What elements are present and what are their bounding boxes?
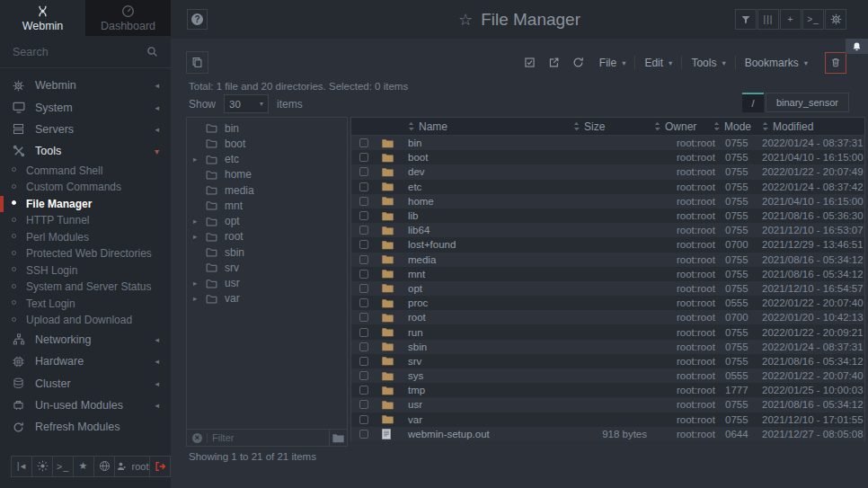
expander-icon[interactable]: ▸ [193,232,204,241]
sidebar-item-text-login[interactable]: Text Login [0,296,171,313]
row-checkbox[interactable] [359,313,368,322]
table-row-media[interactable]: mediaroot:root07552021/08/16 - 05:34:12 [351,253,864,267]
tree-node-usr[interactable]: ▸usr [187,276,347,291]
filter-button[interactable] [735,9,757,30]
table-row-var[interactable]: varroot:root07552021/12/10 - 17:01:55 [351,413,864,427]
tree-node-etc[interactable]: ▸etc [187,152,347,167]
tree-filter-input[interactable]: × Filter [187,430,329,446]
table-row-sbin[interactable]: sbinroot:root07552022/01/24 - 08:37:31 [351,340,864,354]
table-row-webmin-setup.out[interactable]: webmin-setup.out918 bytesroot:root064420… [351,427,864,441]
table-row-mnt[interactable]: mntroot:root07552021/08/16 - 05:34:12 [351,267,864,281]
row-checkbox[interactable] [359,270,368,279]
table-row-tmp[interactable]: tmproot:root17772022/01/25 - 10:00:03 [351,383,864,397]
column-header-owner[interactable]: Owner [652,120,712,133]
row-checkbox[interactable] [359,138,368,147]
menu-file-button[interactable]: File▾ [590,51,635,74]
column-header-size[interactable]: Size [552,120,652,133]
sidebar-category-hardware[interactable]: Hardware◂ [0,350,171,372]
row-checkbox[interactable] [359,298,368,307]
new-tab-button[interactable]: + [780,9,802,30]
table-row-dev[interactable]: devroot:root07552022/01/22 - 20:07:49 [351,164,864,179]
sidebar-category-tools[interactable]: Tools▾ [0,140,171,162]
refresh-button[interactable] [566,51,590,74]
row-checkbox[interactable] [359,357,368,366]
tab-webmin[interactable]: Webmin [0,0,85,36]
collapse-sidebar-button[interactable]: |◂ [11,456,32,477]
column-header-mode[interactable]: Mode [712,120,760,133]
sidebar-category-networking[interactable]: Networking◂ [0,329,171,350]
row-checkbox[interactable] [359,167,368,176]
row-checkbox[interactable] [359,328,368,337]
row-checkbox[interactable] [359,197,368,206]
table-row-root[interactable]: rootroot:root07002022/01/20 - 10:42:13 [351,310,864,324]
notifications-bell-button[interactable] [846,39,868,54]
tree-node-boot[interactable]: boot [187,136,347,151]
table-row-sys[interactable]: sysroot:root05552022/01/22 - 20:07:40 [351,368,864,383]
table-row-lib64[interactable]: lib64root:root07552021/12/10 - 16:53:07 [351,223,864,237]
tree-node-home[interactable]: home [187,167,347,182]
sidebar-category-refresh[interactable]: Refresh Modules [0,416,171,438]
menu-edit-button[interactable]: Edit▾ [635,51,681,74]
menu-tools-button[interactable]: Tools▾ [682,51,734,74]
row-checkbox[interactable] [359,182,368,191]
columns-button[interactable]: ||| [757,9,779,30]
sidebar-item-file-manager[interactable]: File Manager [0,196,171,213]
share-button[interactable] [542,51,566,74]
favorites-button[interactable]: ★ [73,456,94,477]
tree-node-opt[interactable]: ▸opt [187,214,347,229]
expander-icon[interactable]: ▸ [193,217,204,226]
column-header-name[interactable]: Name [403,120,552,133]
tree-collapse-button[interactable] [329,430,347,446]
row-checkbox[interactable] [359,386,368,395]
table-row-opt[interactable]: optroot:root07552021/12/10 - 16:54:57 [351,281,864,296]
table-row-etc[interactable]: etcroot:root07552022/01/24 - 08:37:42 [351,180,864,194]
column-header-modified[interactable]: Modified [760,120,864,133]
row-checkbox[interactable] [359,400,368,409]
menu-bookmarks-button[interactable]: Bookmarks▾ [736,51,817,74]
sidebar-item-upload-and-download[interactable]: Upload and Download [0,312,171,329]
table-row-lost+found[interactable]: lost+foundroot:root07002021/12/29 - 13:4… [351,237,864,252]
row-checkbox[interactable] [359,371,368,380]
row-checkbox[interactable] [359,415,368,424]
logout-button[interactable] [149,456,171,477]
shell-button[interactable]: >_ [802,9,824,30]
table-row-lib[interactable]: libroot:root07552021/08/16 - 05:36:30 [351,209,864,223]
theme-button[interactable] [31,456,53,477]
breadcrumb-root[interactable]: / [742,93,764,112]
page-size-select[interactable]: 30 ▾ [224,94,269,113]
sidebar-category-cluster[interactable]: Cluster◂ [0,372,171,394]
sidebar-category-unused[interactable]: Un-used Modules◂ [0,395,171,416]
sidebar-item-system-and-server-status[interactable]: System and Server Status [0,279,171,296]
row-checkbox[interactable] [359,342,368,351]
table-row-boot[interactable]: bootroot:root07552021/04/10 - 16:15:00 [351,150,864,164]
tree-node-var[interactable]: ▸var [187,291,347,306]
sidebar-search-input[interactable]: Search [0,36,171,68]
expander-icon[interactable]: ▸ [193,279,204,288]
sidebar-item-perl-modules[interactable]: Perl Modules [0,229,171,246]
tree-node-root[interactable]: ▸root [187,229,347,244]
row-checkbox[interactable] [359,153,368,162]
row-checkbox[interactable] [359,226,368,235]
table-row-home[interactable]: homeroot:root07552021/04/10 - 16:15:00 [351,194,864,209]
select-all-button[interactable] [518,51,542,74]
trash-button[interactable] [825,52,846,74]
table-row-srv[interactable]: srvroot:root07552021/08/16 - 05:34:12 [351,354,864,368]
language-button[interactable] [93,456,115,477]
tree-node-bin[interactable]: bin [187,120,347,136]
settings-button[interactable] [825,9,846,30]
clear-filter-icon[interactable]: × [192,433,202,443]
row-checkbox[interactable] [359,430,368,439]
table-row-usr[interactable]: usrroot:root07552021/08/16 - 05:34:12 [351,397,864,412]
sidebar-item-command-shell[interactable]: Command Shell [0,163,171,180]
sidebar-item-custom-commands[interactable]: Custom Commands [0,179,171,196]
breadcrumb-current[interactable]: binary_sensor [766,93,849,112]
user-button[interactable]: root [114,456,150,477]
sidebar-item-ssh-login[interactable]: SSH Login [0,262,171,279]
row-checkbox[interactable] [359,211,368,220]
sidebar-item-protected-web-directories[interactable]: Protected Web Directories [0,245,171,262]
table-row-bin[interactable]: binroot:root07552022/01/24 - 08:37:31 [351,136,864,150]
table-row-run[interactable]: runroot:root07552022/01/22 - 20:09:21 [351,324,864,339]
tree-node-srv[interactable]: srv [187,260,347,275]
sidebar-item-http-tunnel[interactable]: HTTP Tunnel [0,212,171,229]
tree-node-sbin[interactable]: sbin [187,244,347,260]
